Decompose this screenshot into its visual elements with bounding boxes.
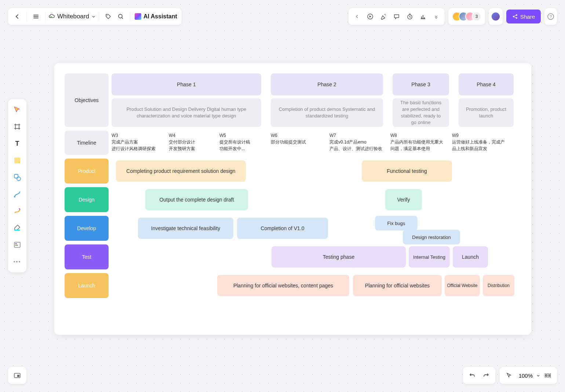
test-task-2[interactable]: Internal Testing bbox=[409, 246, 450, 268]
phase-2-desc[interactable]: Completion of product demos Systematic a… bbox=[271, 98, 383, 127]
svg-point-0 bbox=[50, 16, 52, 18]
phase-4-desc[interactable]: Promotion, product launch bbox=[459, 98, 514, 127]
comment-button[interactable] bbox=[390, 10, 403, 23]
phase-3[interactable]: Phase 3 bbox=[393, 73, 449, 95]
chevron-down-icon bbox=[536, 374, 540, 377]
phase-4[interactable]: Phase 4 bbox=[459, 73, 514, 95]
template-tool[interactable] bbox=[10, 238, 24, 252]
minimap-button[interactable] bbox=[8, 367, 26, 384]
more-tools[interactable]: ••• bbox=[10, 255, 24, 269]
test-track-label[interactable]: Test bbox=[65, 244, 109, 269]
collaborators[interactable]: 3 bbox=[448, 8, 485, 25]
phase-2[interactable]: Phase 2 bbox=[271, 73, 383, 95]
left-toolbar: T ••• bbox=[8, 99, 26, 272]
product-task-2[interactable]: Functional testing bbox=[362, 160, 452, 182]
svg-rect-13 bbox=[15, 243, 17, 244]
share-button[interactable]: Share bbox=[506, 10, 541, 23]
design-task-2[interactable]: Verify bbox=[385, 189, 422, 210]
develop-task-4[interactable]: Design restoration bbox=[403, 230, 460, 244]
top-right-toolbar: 3 Share ? bbox=[349, 8, 557, 25]
svg-rect-14 bbox=[15, 245, 18, 246]
develop-task-3[interactable]: Fix bugs bbox=[375, 216, 418, 231]
svg-rect-16 bbox=[17, 375, 19, 377]
svg-point-1 bbox=[107, 15, 107, 16]
confetti-button[interactable] bbox=[377, 10, 390, 23]
more-tools-button[interactable] bbox=[430, 10, 442, 23]
tag-button[interactable] bbox=[102, 10, 114, 23]
week-w6[interactable]: W6部分功能提交测试 bbox=[271, 132, 306, 145]
highlighter-tool[interactable] bbox=[10, 221, 24, 235]
help-button[interactable]: ? bbox=[544, 10, 557, 23]
shape-tool[interactable] bbox=[10, 170, 24, 184]
search-button[interactable] bbox=[114, 10, 127, 23]
chart-button[interactable] bbox=[417, 10, 429, 23]
cursor-tool[interactable] bbox=[10, 103, 24, 117]
timeline-label[interactable]: Timeline bbox=[65, 131, 109, 155]
svg-point-2 bbox=[119, 14, 122, 18]
svg-point-10 bbox=[17, 177, 21, 181]
week-w9[interactable]: W9运营做好上线准备，完成产品上线和新品宣发 bbox=[452, 132, 507, 152]
chevron-down-icon bbox=[91, 14, 96, 19]
timeline-weeks: W3完成产品方案进行设计风格调研探索 W4交付部分设计开发预研方案 W5提交所有… bbox=[112, 131, 524, 155]
back-button[interactable] bbox=[11, 10, 23, 23]
svg-text:T: T bbox=[15, 140, 19, 147]
play-button[interactable] bbox=[364, 10, 376, 23]
week-w3[interactable]: W3完成产品方案进行设计风格调研探索 bbox=[112, 132, 156, 152]
design-track-label[interactable]: Design bbox=[65, 187, 109, 212]
bottom-right-toolbar: 100% bbox=[463, 367, 557, 384]
fit-view-button[interactable] bbox=[542, 369, 554, 382]
ai-assistant-button[interactable]: AI Assistant bbox=[130, 13, 182, 20]
cloud-icon bbox=[48, 13, 55, 20]
launch-task-4[interactable]: Distribution bbox=[483, 275, 514, 296]
test-task-3[interactable]: Launch bbox=[453, 246, 488, 268]
launch-task-1[interactable]: Planning for official websites, content … bbox=[217, 275, 349, 296]
week-w5[interactable]: W5提交所有设计稿功能开发中... bbox=[219, 132, 250, 152]
phase-3-desc[interactable]: The basic functions are perfected and st… bbox=[393, 98, 449, 127]
board-title-text: Whiteboard bbox=[57, 13, 89, 20]
launch-task-2[interactable]: Planning for official websites bbox=[353, 275, 442, 296]
svg-point-11 bbox=[14, 196, 15, 197]
phase-1-desc[interactable]: Product Solution and Design Delivery Dig… bbox=[112, 98, 261, 127]
prev-button[interactable] bbox=[351, 10, 363, 23]
connector-tool[interactable] bbox=[10, 187, 24, 201]
undo-button[interactable] bbox=[466, 369, 478, 382]
zoom-level[interactable]: 100% bbox=[517, 373, 535, 379]
develop-track-label[interactable]: Develop bbox=[65, 216, 109, 241]
canvas-board[interactable]: Objectives Phase 1 Phase 2 Phase 3 Phase… bbox=[54, 63, 531, 335]
develop-task-2[interactable]: Completion of V1.0 bbox=[237, 218, 328, 239]
product-track-label[interactable]: Product bbox=[65, 159, 109, 184]
test-task-1[interactable]: Testing phase bbox=[271, 246, 406, 268]
sticky-note-tool[interactable] bbox=[10, 153, 24, 167]
week-w4[interactable]: W4交付部分设计开发预研方案 bbox=[169, 132, 195, 152]
draw-tool[interactable] bbox=[10, 204, 24, 218]
launch-task-3[interactable]: Official Website bbox=[445, 275, 480, 296]
product-task-1[interactable]: Completing product requirement solution … bbox=[116, 160, 246, 182]
week-w8[interactable]: W8产品内所有功能使用无重大问题，满足基本使用 bbox=[390, 132, 445, 152]
design-task-1[interactable]: Output the complete design draft bbox=[145, 189, 248, 210]
menu-button[interactable] bbox=[30, 10, 42, 23]
share-icon bbox=[512, 14, 518, 19]
pointer-mode-button[interactable] bbox=[503, 369, 515, 382]
ai-assistant-label: AI Assistant bbox=[143, 13, 177, 20]
board-title[interactable]: Whiteboard bbox=[45, 13, 99, 20]
frame-tool[interactable] bbox=[10, 120, 24, 134]
text-tool[interactable]: T bbox=[10, 137, 24, 150]
timer-button[interactable] bbox=[404, 10, 416, 23]
avatar-count: 3 bbox=[472, 12, 481, 21]
develop-task-1[interactable]: Investigate technical feasibility bbox=[138, 218, 233, 239]
top-left-toolbar: Whiteboard AI Assistant bbox=[8, 8, 182, 25]
svg-text:?: ? bbox=[550, 14, 552, 19]
launch-track-label[interactable]: Launch bbox=[65, 273, 109, 298]
objectives-label[interactable]: Objectives bbox=[65, 73, 109, 127]
ai-logo-icon bbox=[135, 13, 141, 20]
redo-button[interactable] bbox=[480, 369, 492, 382]
phase-1[interactable]: Phase 1 bbox=[112, 73, 261, 95]
share-label: Share bbox=[520, 14, 535, 20]
current-user-avatar[interactable] bbox=[491, 12, 500, 21]
week-w7[interactable]: W7完成v0.1d产品emo产品、设计、测试进行验收 bbox=[329, 132, 382, 152]
